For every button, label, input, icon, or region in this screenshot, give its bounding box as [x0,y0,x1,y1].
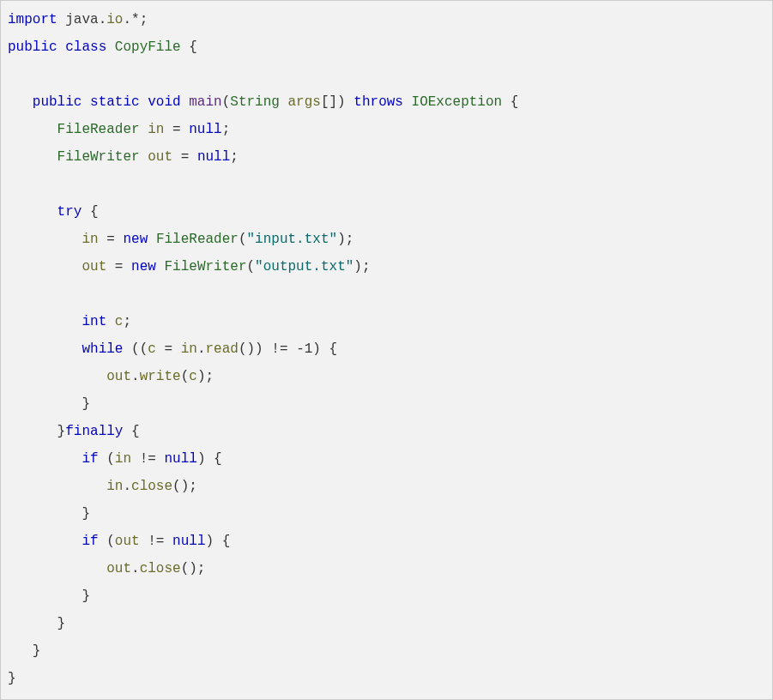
var-in: in [148,122,164,137]
output-file: "output.txt" [255,259,353,275]
kw-int: int [82,314,106,329]
brace-close: } [57,424,66,439]
null-literal: null [197,149,230,165]
kw-if: if [82,451,98,467]
writer-type: FileWriter [164,259,246,275]
paren-close: ); [353,259,370,275]
brace-close: } [8,671,16,686]
semicolon: ; [123,314,131,329]
dot: . [131,561,140,576]
kw-public: public [8,39,57,55]
var-out: out [115,534,140,549]
var-out: out [106,369,131,384]
var-out: out [106,561,131,576]
paren-open: ( [239,232,247,247]
var-in: in [115,451,131,467]
paren-close: ); [197,369,214,384]
dot: . [123,479,131,494]
paren-close: (); [181,561,206,576]
kw-try: try [57,204,82,220]
brace-close: } [33,643,41,659]
kw-new: new [131,259,156,275]
kw-public: public [33,94,82,110]
paren-close: ()) [239,341,263,357]
param-name: args [288,94,321,110]
brace-open: { [214,451,222,467]
kw-throws: throws [353,94,403,110]
kw-static: static [90,94,140,110]
paren-open: ( [222,94,231,110]
reader-type: FileReader [57,122,140,137]
semicolon: ; [222,122,231,137]
var-c: c [148,341,156,357]
equals: = [164,341,172,357]
brace-close: } [82,588,90,604]
writer-type: FileWriter [57,149,140,165]
method-write: write [140,369,181,384]
var-in: in [106,479,123,494]
null-literal: null [189,122,221,137]
throws-type: IOException [412,94,503,110]
kw-finally: finally [65,424,123,439]
brackets: []) [321,94,346,110]
dot: . [197,341,206,357]
paren-close: ) [205,534,214,549]
null-literal: null [164,451,196,467]
minus: - [296,341,305,357]
paren-close: (); [172,479,197,494]
dot: . [131,369,140,384]
kw-if: if [82,534,98,549]
brace-open: { [131,424,140,439]
pkg-java: java [65,12,98,27]
paren-close: ) [197,451,206,467]
dot: . [99,12,107,27]
neq: != [271,341,287,357]
equals: = [172,122,181,137]
semicolon: ; [230,149,239,165]
method-read: read [206,341,239,357]
brace-open: { [510,94,519,110]
method-close: close [131,479,172,494]
paren-open: ( [247,259,256,275]
paren-close: ) [312,341,321,357]
kw-void: void [148,94,180,110]
equals: = [106,232,115,247]
paren-open: (( [131,341,148,357]
neq: != [140,451,156,467]
var-in: in [181,341,197,357]
paren-close: ); [337,232,353,247]
brace-open: { [189,39,197,55]
code-block: import java.io.*; public class CopyFile … [0,0,773,700]
method-name: main [189,94,221,110]
reader-type: FileReader [156,232,239,247]
paren-open: ( [106,451,115,467]
method-close: close [140,561,181,576]
var-c: c [189,369,197,384]
brace-open: { [90,204,99,220]
equals: = [181,149,190,165]
param-type: String [230,94,280,110]
neq: != [148,534,164,549]
var-out: out [148,149,172,165]
brace-open: { [222,534,231,549]
equals: = [115,259,124,275]
dot: .*; [123,12,148,27]
brace-close: } [82,506,90,522]
paren-open: ( [106,534,115,549]
kw-new: new [123,232,148,247]
brace-open: { [329,341,338,357]
input-file: "input.txt" [247,232,338,247]
var-in: in [82,232,98,247]
kw-while: while [82,341,123,357]
kw-class: class [65,39,106,55]
null-literal: null [172,534,205,549]
paren-open: ( [181,369,190,384]
pkg-io: io [106,12,123,27]
brace-close: } [57,616,66,631]
brace-close: } [82,396,90,412]
class-name: CopyFile [115,39,181,55]
kw-import: import [8,12,57,27]
var-c: c [115,314,124,329]
var-out: out [82,259,106,275]
num-one: 1 [305,341,313,357]
